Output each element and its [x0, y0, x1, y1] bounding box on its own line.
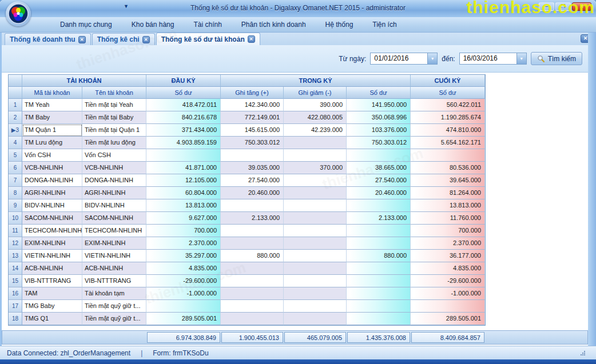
- row-number[interactable]: 13: [9, 250, 22, 262]
- cell-account-name[interactable]: VIETIN-NHLINH: [82, 250, 146, 262]
- cell-increase[interactable]: 142.340.000: [221, 99, 284, 111]
- cell-opening-balance[interactable]: -1.000.000: [146, 287, 221, 300]
- cell-increase[interactable]: [221, 287, 284, 300]
- cell-account-code[interactable]: DONGA-NHLINH: [22, 174, 82, 187]
- cell-account-code[interactable]: TMG Q1: [22, 313, 82, 325]
- row-number[interactable]: 14: [9, 262, 22, 275]
- cell-decrease[interactable]: [284, 300, 347, 313]
- cell-closing-balance[interactable]: 4.835.000: [411, 262, 485, 275]
- cell-opening-balance[interactable]: [146, 149, 221, 162]
- tab-thong-ke-chi[interactable]: Thống kê chi ✕: [92, 33, 155, 45]
- column-header-opening-balance[interactable]: Số dư: [146, 87, 221, 99]
- cell-decrease[interactable]: [284, 250, 347, 262]
- cell-account-code[interactable]: ACB-NHLINH: [22, 262, 82, 275]
- row-number[interactable]: 16: [9, 287, 22, 300]
- cell-period-balance[interactable]: 20.460.000: [347, 187, 411, 199]
- cell-closing-balance[interactable]: 1.190.285.674: [411, 111, 485, 124]
- cell-closing-balance[interactable]: 80.536.000: [411, 162, 485, 174]
- group-header-closing[interactable]: CUỐI KỲ: [411, 75, 485, 87]
- row-number[interactable]: 10: [9, 212, 22, 225]
- cell-account-name[interactable]: EXIM-NHLINH: [82, 237, 146, 250]
- cell-period-balance[interactable]: 103.376.000: [347, 124, 411, 137]
- cell-closing-balance[interactable]: 36.177.000: [411, 250, 485, 262]
- menu-tien-ich[interactable]: Tiện ích: [363, 21, 406, 29]
- to-date-picker[interactable]: 16/03/2016 ▼: [459, 53, 527, 65]
- cell-account-name[interactable]: SACOM-NHLINH: [82, 212, 146, 225]
- cell-increase[interactable]: 39.035.000: [221, 162, 284, 174]
- cell-increase[interactable]: [221, 237, 284, 250]
- group-header-opening[interactable]: ĐẦU KỲ: [146, 75, 221, 87]
- cell-decrease[interactable]: [284, 237, 347, 250]
- group-header-account[interactable]: TÀI KHOẢN: [22, 75, 146, 87]
- cell-decrease[interactable]: [284, 262, 347, 275]
- cell-account-name[interactable]: Tiền mặt lưu động: [82, 137, 146, 149]
- cell-opening-balance[interactable]: -29.600.000: [146, 275, 221, 287]
- row-number[interactable]: 6: [9, 162, 22, 174]
- cell-decrease[interactable]: [284, 275, 347, 287]
- cell-closing-balance[interactable]: 474.810.000: [411, 124, 485, 137]
- cell-period-balance[interactable]: [347, 199, 411, 212]
- cell-increase[interactable]: 27.540.000: [221, 174, 284, 187]
- cell-account-code[interactable]: BIDV-NHLINH: [22, 199, 82, 212]
- cell-account-name[interactable]: DONGA-NHLINH: [82, 174, 146, 187]
- row-number[interactable]: 7: [9, 174, 22, 187]
- cell-closing-balance[interactable]: -29.600.000: [411, 275, 485, 287]
- cell-closing-balance[interactable]: 5.654.162.171: [411, 137, 485, 149]
- cell-opening-balance[interactable]: 4.835.000: [146, 262, 221, 275]
- cell-period-balance[interactable]: 141.950.000: [347, 99, 411, 111]
- cell-closing-balance[interactable]: -1.000.000: [411, 287, 485, 300]
- cell-increase[interactable]: [221, 313, 284, 325]
- row-number[interactable]: 9: [9, 199, 22, 212]
- cell-period-balance[interactable]: [347, 262, 411, 275]
- tab-thong-ke-so-du-tai-khoan[interactable]: Thống kê số dư tài khoản ✕: [156, 33, 260, 45]
- cell-closing-balance[interactable]: 11.760.000: [411, 212, 485, 225]
- row-number[interactable]: 5: [9, 149, 22, 162]
- cell-period-balance[interactable]: 880.000: [347, 250, 411, 262]
- column-header-name[interactable]: Tên tài khoản: [82, 87, 146, 99]
- cell-opening-balance[interactable]: 41.871.000: [146, 162, 221, 174]
- cell-period-balance[interactable]: 38.665.000: [347, 162, 411, 174]
- cell-account-name[interactable]: Tài khoản tạm: [82, 287, 146, 300]
- cell-account-code[interactable]: AGRI-NHLINH: [22, 187, 82, 199]
- from-date-picker[interactable]: 01/01/2016 ▼: [370, 53, 438, 65]
- cell-increase[interactable]: [221, 262, 284, 275]
- cell-account-name[interactable]: ACB-NHLINH: [82, 262, 146, 275]
- tab-close-icon[interactable]: ✕: [142, 36, 150, 43]
- menu-danh-muc-chung[interactable]: Danh mục chung: [50, 21, 122, 29]
- cell-decrease[interactable]: [284, 149, 347, 162]
- cell-account-name[interactable]: BIDV-NHLINH: [82, 199, 146, 212]
- cell-account-name[interactable]: Tiền mặt tại Yeah: [82, 99, 146, 111]
- cell-decrease[interactable]: [284, 199, 347, 212]
- row-number[interactable]: 15: [9, 275, 22, 287]
- group-header-period[interactable]: TRONG KỲ: [221, 75, 411, 87]
- cell-opening-balance[interactable]: 700.000: [146, 225, 221, 237]
- cell-closing-balance[interactable]: [411, 149, 485, 162]
- cell-opening-balance[interactable]: 4.903.859.159: [146, 137, 221, 149]
- tab-close-icon[interactable]: ✕: [248, 35, 255, 43]
- search-button[interactable]: Tìm kiếm: [531, 52, 582, 65]
- cell-account-code[interactable]: EXIM-NHLINH: [22, 237, 82, 250]
- row-selector-arrow-icon[interactable]: ▶3: [9, 124, 22, 137]
- app-orb-logo-icon[interactable]: [6, 1, 31, 26]
- cell-decrease[interactable]: [284, 212, 347, 225]
- cell-account-code[interactable]: TMG Baby: [22, 300, 82, 313]
- cell-period-balance[interactable]: [347, 313, 411, 325]
- cell-opening-balance[interactable]: [146, 300, 221, 313]
- cell-account-code[interactable]: Vốn CSH: [22, 149, 82, 162]
- cell-period-balance[interactable]: 2.133.000: [347, 212, 411, 225]
- cell-increase[interactable]: [221, 199, 284, 212]
- cell-opening-balance[interactable]: 35.297.000: [146, 250, 221, 262]
- cell-account-name[interactable]: Tiền mặt tại Quận 1: [82, 124, 146, 137]
- cell-increase[interactable]: 880.000: [221, 250, 284, 262]
- cell-account-name[interactable]: VIB-NTTTRANG: [82, 275, 146, 287]
- cell-period-balance[interactable]: [347, 149, 411, 162]
- cell-decrease[interactable]: [284, 137, 347, 149]
- cell-period-balance[interactable]: 350.068.996: [347, 111, 411, 124]
- cell-increase[interactable]: 145.615.000: [221, 124, 284, 137]
- quick-access-dropdown-icon[interactable]: ▼: [124, 3, 129, 9]
- cell-account-name[interactable]: Tiền mặt quỹ giữ t...: [82, 313, 146, 325]
- row-number[interactable]: 12: [9, 237, 22, 250]
- cell-opening-balance[interactable]: 13.813.000: [146, 199, 221, 212]
- cell-decrease[interactable]: [284, 174, 347, 187]
- cell-decrease[interactable]: 390.000: [284, 99, 347, 111]
